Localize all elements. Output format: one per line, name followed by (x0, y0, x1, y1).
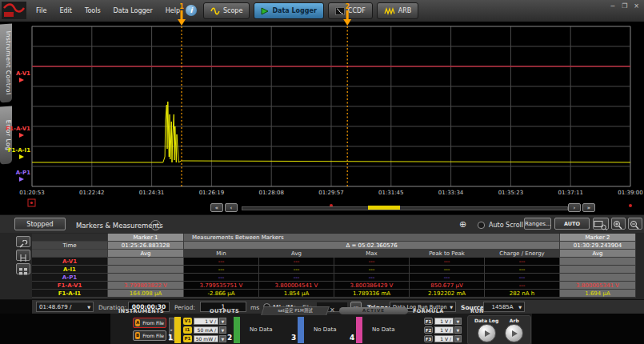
outputs-header: OUTPUTS (210, 308, 239, 314)
auto-scale-button[interactable]: AUTO SCALE (554, 218, 590, 230)
formula-f1-scale[interactable]: 1 V / (434, 318, 454, 325)
source-dropdown[interactable]: 14585A▼ (483, 302, 525, 312)
output-channel-2-bar[interactable] (234, 317, 240, 343)
x-tick-label: 01:37:11 (550, 190, 591, 196)
period-label: Period: (174, 304, 195, 311)
panel-collapse-icon[interactable]: ▾ (150, 220, 161, 230)
output-i1-scale[interactable]: 50 mA / (194, 326, 218, 334)
channel-arrow-icon[interactable] (19, 154, 24, 159)
x-tick-label: 01:22:42 (71, 190, 113, 196)
tab-arb[interactable]: ARB (377, 2, 419, 19)
output-channel-3-bar[interactable] (298, 317, 304, 343)
minimize-button[interactable]: − (610, 2, 615, 10)
scroll-thumb[interactable] (368, 206, 400, 210)
stopped-button[interactable]: Stopped (14, 218, 66, 230)
tab-data-logger[interactable]: Data Logger (254, 2, 323, 19)
channel-name: A-V1 (32, 258, 108, 266)
ranges-button[interactable]: Ranges... (524, 218, 551, 230)
menu-file[interactable]: File (36, 7, 46, 14)
active-tab[interactable]: ACTIVE (339, 307, 408, 314)
marker2-value (560, 258, 636, 266)
chevron-down-icon[interactable]: ▼ (454, 326, 462, 334)
crosshair-icon[interactable]: ⊕ (459, 219, 466, 230)
channel-name: A-I1 (32, 266, 108, 274)
file-session-tab[interactable]: sat设定 P1M测试 (261, 306, 330, 315)
measurement-value: --- (184, 258, 259, 266)
tools-icon[interactable] (16, 236, 30, 247)
chevron-down-icon[interactable]: ▼ (219, 335, 226, 342)
output-channel-1-bar[interactable] (174, 317, 181, 343)
menu-help[interactable]: Help (166, 7, 180, 14)
channel-name: F1-A-V1 (32, 282, 108, 290)
delta-time: Δ = 05:02.360576 (184, 242, 560, 250)
table-row[interactable]: F1-A-I1164.098 µA-2.866 µA1.854 µA1.7893… (32, 290, 636, 298)
info-icon[interactable]: i (186, 5, 197, 16)
measurement-value: --- (485, 266, 560, 274)
channel-label-f1-a-v1: F1-A-V1 (0, 126, 30, 132)
output-channel-2-number: 2 (227, 334, 232, 342)
marker2-time: 01:30:29.243904 (560, 242, 636, 250)
chevron-down-icon[interactable]: ▼ (219, 318, 226, 325)
channel-arrow-icon[interactable] (19, 78, 24, 82)
zoom-out-icon[interactable] (628, 218, 642, 230)
time-position-dropdown[interactable]: 01:48.679 /▼ (36, 302, 94, 312)
scroll-first-button[interactable]: « (210, 203, 223, 212)
table-row[interactable]: A-P1--------------- (32, 274, 636, 282)
channel-arrow-icon[interactable] (19, 177, 24, 182)
run-arb-button[interactable] (505, 324, 523, 342)
stat-header: Avg (108, 250, 184, 258)
output-p1-badge: P1 (183, 335, 192, 342)
chevron-down-icon[interactable]: ▼ (454, 335, 462, 342)
tab-scope[interactable]: Scope (203, 2, 250, 19)
formula-f3-scale[interactable]: 1 V / (434, 335, 454, 342)
close-icon[interactable]: × (330, 306, 335, 314)
menu-tools[interactable]: Tools (85, 7, 101, 14)
zoom-region-icon[interactable] (593, 218, 609, 230)
table-row[interactable]: A-V1--------------- (32, 258, 636, 266)
chevron-down-icon[interactable]: ▼ (219, 326, 226, 334)
formula-f2-scale[interactable]: 1 V / (434, 326, 454, 334)
scroll-last-button[interactable]: » (582, 203, 595, 212)
channel-arrow-icon[interactable] (19, 133, 24, 138)
corner-block (0, 300, 32, 314)
auto-scroll-checkbox[interactable] (478, 222, 485, 229)
table-row[interactable]: F1-A-V13.799803822 V3.799535751 V3.80000… (32, 282, 636, 290)
markers-icon[interactable] (16, 250, 30, 261)
output-p1-scale[interactable]: 50 mW / (194, 335, 218, 342)
channel-label-a-v1: A-V1 (0, 70, 30, 77)
restore-button[interactable]: ❐ (622, 2, 627, 10)
sidebar-tab-error-log[interactable]: Error Log (0, 106, 12, 164)
run-data-log-button[interactable] (478, 324, 496, 342)
run-panel: Data LogArb (467, 315, 531, 344)
output-channel-4-number: 4 (350, 334, 354, 342)
time-label: Time (32, 242, 108, 250)
measurement-value: 3.799535751 V (184, 282, 259, 290)
instrument-badge: A (135, 319, 140, 326)
scroll-track[interactable] (242, 206, 568, 210)
grid-view-icon[interactable] (16, 263, 30, 274)
instrument-b-button[interactable]: BFrom File (133, 330, 166, 341)
zoom-in-icon[interactable] (611, 218, 626, 230)
instrument-label: From File (142, 320, 164, 326)
close-button[interactable]: × (634, 2, 639, 10)
play-icon (485, 330, 490, 337)
menu-data-logger[interactable]: Data Logger (114, 7, 153, 14)
measurement-value: --- (485, 282, 560, 290)
marker1-time: 01:25:26.883328 (108, 242, 184, 250)
formula-f2-badge: F2 (424, 326, 433, 334)
table-row[interactable]: A-I1--------------- (32, 266, 636, 274)
scroll-next-button[interactable]: › (568, 203, 581, 212)
instrument-a-button[interactable]: AFrom File (133, 318, 166, 328)
marker1-value (108, 258, 184, 266)
chevron-down-icon[interactable]: ▼ (454, 318, 462, 325)
tab-ccdf[interactable]: CCDF (328, 2, 373, 19)
output-v1-scale[interactable]: 1 V / (194, 318, 218, 325)
play-icon (512, 330, 518, 337)
scroll-prev-button[interactable]: ‹ (225, 203, 238, 212)
sidebar-tab-instrument-control[interactable]: Instrument Control (0, 23, 12, 102)
formula-f3-badge: F3 (424, 335, 433, 342)
menu-edit[interactable]: Edit (59, 7, 72, 14)
tab-arb-icon (384, 7, 395, 15)
table-cell (32, 250, 108, 258)
output-channel-4-bar[interactable] (356, 317, 362, 343)
